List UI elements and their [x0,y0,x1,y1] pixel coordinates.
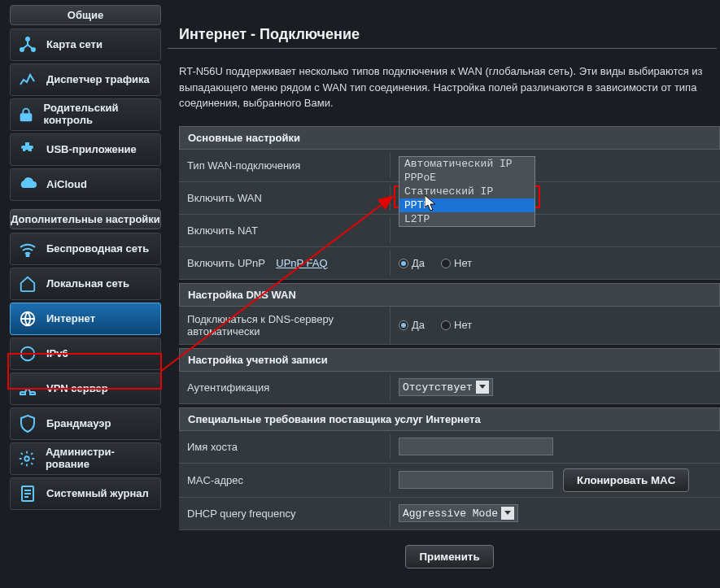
row-dns-auto: Подключаться к DNS-серверу автоматически… [179,307,720,345]
sidebar-item-firewall[interactable]: Брандмауэр [10,407,161,440]
nav-label: Диспетчер трафика [46,74,150,86]
sidebar-item-wireless[interactable]: Беспроводная сеть [10,233,161,265]
dhcp-value: Aggressive Mode [403,507,498,520]
label-hostname: Имя хоста [179,434,391,460]
row-hostname: Имя хоста [179,431,720,464]
sidebar-item-aicloud[interactable]: AiCloud [10,168,161,201]
sidebar-header-general: Общие [10,5,161,25]
wan-option-auto[interactable]: Автоматический IP [399,157,535,171]
wan-option-l2tp[interactable]: L2TP [399,212,535,226]
nav-label: USB-приложение [46,144,137,156]
section-account: Настройка учетной записи [179,348,720,372]
section-dns: Настройка DNS WAN [179,283,720,307]
sidebar-item-parental[interactable]: Родительский контроль [10,98,161,131]
intro-text: RT-N56U поддерживает несколько типов под… [168,49,720,123]
label-enable-wan: Включить WAN [179,185,391,211]
globe-icon [17,308,38,329]
sidebar-item-ipv6[interactable]: IPv6 [10,338,161,370]
section-basic: Основные настройки [179,126,720,150]
sidebar-item-network-map[interactable]: Карта сети [10,28,161,61]
upnp-radio-yes[interactable]: Да [399,257,425,269]
sidebar-header-advanced: Дополнительные настройки [10,209,161,229]
nav-label: VPN сервер [46,383,108,395]
nav-label: Карта сети [46,39,103,51]
label-enable-upnp: Включить UPnP UPnP FAQ [179,250,391,276]
row-auth: Аутентификация Отсутствует [179,372,720,404]
svg-point-6 [21,347,35,361]
page-title: Интернет - Подключение [168,0,717,49]
sidebar-item-syslog[interactable]: Системный журнал [10,477,161,510]
row-dhcp: DHCP query frequency Aggressive Mode [179,498,720,530]
mac-input[interactable] [399,471,553,489]
label-dns-auto: Подключаться к DNS-серверу автоматически [179,307,391,344]
wifi-icon [17,238,38,259]
upnp-faq-link[interactable]: UPnP FAQ [276,257,327,269]
nav-label: Интернет [46,313,95,325]
gear-icon [17,448,37,469]
nav-label: AiCloud [46,179,87,191]
apply-button[interactable]: Применить [405,545,493,568]
network-map-icon [17,34,38,55]
auth-select[interactable]: Отсутствует [399,378,493,396]
journal-icon [17,483,38,504]
label-enable-nat: Включить NAT [179,218,391,243]
sidebar-item-lan[interactable]: Локальная сеть [10,268,161,300]
nav-label: Беспроводная сеть [46,243,149,255]
cloud-icon [17,174,38,195]
dns-radio-no[interactable]: Нет [441,319,472,331]
sidebar-item-traffic[interactable]: Диспетчер трафика [10,63,161,96]
sidebar-item-admin[interactable]: Администри-рование [10,442,161,475]
dns-radio-yes[interactable]: Да [399,319,425,331]
label-mac: MAC-адрес [179,468,391,493]
wan-option-pppoe[interactable]: PPPoE [399,171,535,185]
sidebar-item-internet[interactable]: Интернет [10,303,161,335]
row-enable-upnp: Включить UPnP UPnP FAQ Да Нет [179,247,720,280]
label-dhcp: DHCP query frequency [179,501,391,526]
wan-option-pptp[interactable]: PPTP [399,198,535,212]
puzzle-icon [17,139,38,160]
dhcp-select[interactable]: Aggressive Mode [399,504,518,522]
svg-rect-3 [21,114,32,120]
svg-point-7 [25,456,30,461]
nav-label: Администри-рование [46,446,154,471]
upnp-radio-no[interactable]: Нет [441,257,472,269]
clone-mac-button[interactable]: Клонировать MAC [563,468,689,492]
nav-label: Системный журнал [46,488,149,500]
traffic-icon [17,69,38,90]
shield-icon [17,413,38,434]
main-content: Интернет - Подключение RT-N56U поддержив… [168,0,720,568]
lock-icon [17,104,36,125]
svg-point-0 [26,37,29,41]
sidebar-item-usb[interactable]: USB-приложение [10,133,161,166]
nav-label: Локальная сеть [46,278,129,290]
home-icon [17,273,38,294]
wan-option-static[interactable]: Статический IP [399,185,535,198]
row-mac: MAC-адрес Клонировать MAC [179,464,720,498]
chevron-down-icon [501,507,514,520]
section-isp: Специальные требования поставщика услуг … [179,407,720,431]
nav-label: IPv6 [46,348,68,360]
ipv6-icon [17,343,38,364]
wan-type-dropdown[interactable]: Автоматический IP PPPoE Статический IP P… [399,156,535,227]
chevron-down-icon [476,381,489,394]
label-wan-type: Тип WAN-подключения [179,153,391,178]
hostname-input[interactable] [399,438,553,455]
nav-label: Брандмауэр [46,418,111,430]
sidebar: Общие Карта сети Диспетчер трафика Родит… [10,5,161,512]
auth-value: Отсутствует [403,381,473,394]
label-auth: Аутентификация [179,375,391,400]
sidebar-item-vpn[interactable]: VPN сервер [10,372,161,405]
nav-label: Родительский контроль [44,102,154,127]
svg-point-4 [27,255,29,257]
vpn-icon [17,378,38,399]
